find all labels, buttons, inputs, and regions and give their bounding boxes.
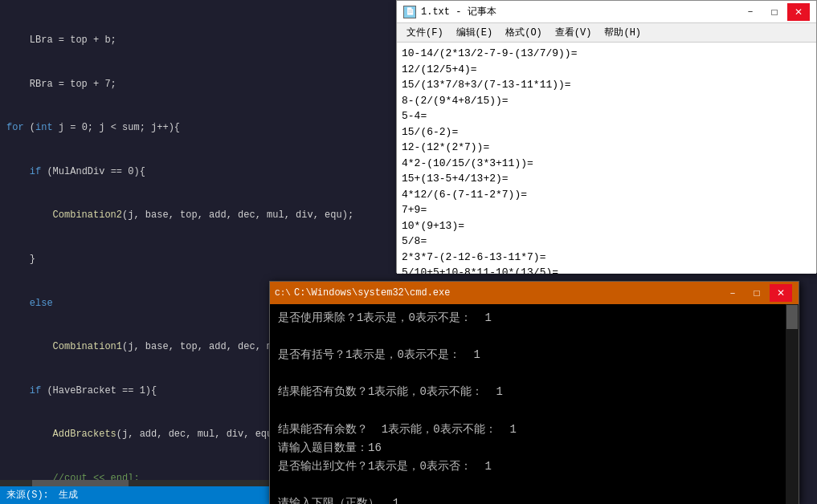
notepad-content: 10-14/(2*13/2-7-9-(13/7/9))= 12/(12/5+4)… [397, 43, 816, 274]
notepad-close-button[interactable]: ✕ [787, 3, 810, 21]
notepad-window: 📄 1.txt - 记事本 － □ ✕ 文件(F) 编辑(E) 格式(O) 查看… [396, 0, 817, 273]
code-line: Combination2(j, base, top, add, dec, mul… [6, 208, 399, 223]
notepad-title-text: 1.txt - 记事本 [421, 5, 496, 18]
code-line: LBra = top + b; [6, 33, 399, 48]
cmd-icon: C:\ [276, 287, 289, 299]
code-line: RBra = top + 7; [6, 77, 399, 92]
notepad-menu-view[interactable]: 查看(V) [549, 24, 598, 41]
notepad-menu-file[interactable]: 文件(F) [400, 24, 450, 41]
cmd-window-controls: － □ ✕ [721, 284, 792, 302]
cmd-scrollbar[interactable] [786, 304, 799, 504]
notepad-maximize-button[interactable]: □ [763, 3, 786, 21]
cmd-title-left: C:\ C:\Windows\system32\cmd.exe [276, 287, 450, 299]
notepad-window-controls: － □ ✕ [739, 3, 810, 21]
code-line: } [6, 252, 399, 267]
cmd-scrollbar-thumb[interactable] [786, 305, 798, 329]
cmd-titlebar: C:\ C:\Windows\system32\cmd.exe － □ ✕ [270, 282, 799, 304]
code-line: if (MulAndDiv == 0){ [6, 165, 399, 180]
notepad-titlebar: 📄 1.txt - 记事本 － □ ✕ [397, 1, 816, 23]
editor-scrollbar-thumb[interactable] [32, 480, 129, 486]
notepad-icon: 📄 [403, 6, 416, 18]
cmd-minimize-button[interactable]: － [721, 284, 744, 302]
notepad-minimize-button[interactable]: － [739, 3, 762, 21]
cmd-window: C:\ C:\Windows\system32\cmd.exe － □ ✕ 是否… [269, 281, 799, 504]
code-line: for (int j = 0; j < sum; j++){ [6, 120, 399, 136]
cmd-maximize-button[interactable]: □ [746, 284, 768, 302]
notepad-title-left: 📄 1.txt - 记事本 [403, 5, 496, 18]
notepad-menu-format[interactable]: 格式(O) [499, 24, 549, 41]
status-source[interactable]: 来源(S): [6, 488, 49, 502]
notepad-menubar: 文件(F) 编辑(E) 格式(O) 查看(V) 帮助(H) [397, 23, 816, 43]
cmd-title-text: C:\Windows\system32\cmd.exe [294, 287, 450, 299]
notepad-menu-help[interactable]: 帮助(H) [598, 24, 647, 41]
status-build[interactable]: 生成 [59, 488, 78, 502]
cmd-close-button[interactable]: ✕ [770, 284, 792, 302]
cmd-content: 是否使用乘除？1表示是，0表示不是： 1 是否有括号？1表示是，0表示不是： 1… [270, 304, 799, 504]
notepad-menu-edit[interactable]: 编辑(E) [450, 24, 500, 41]
